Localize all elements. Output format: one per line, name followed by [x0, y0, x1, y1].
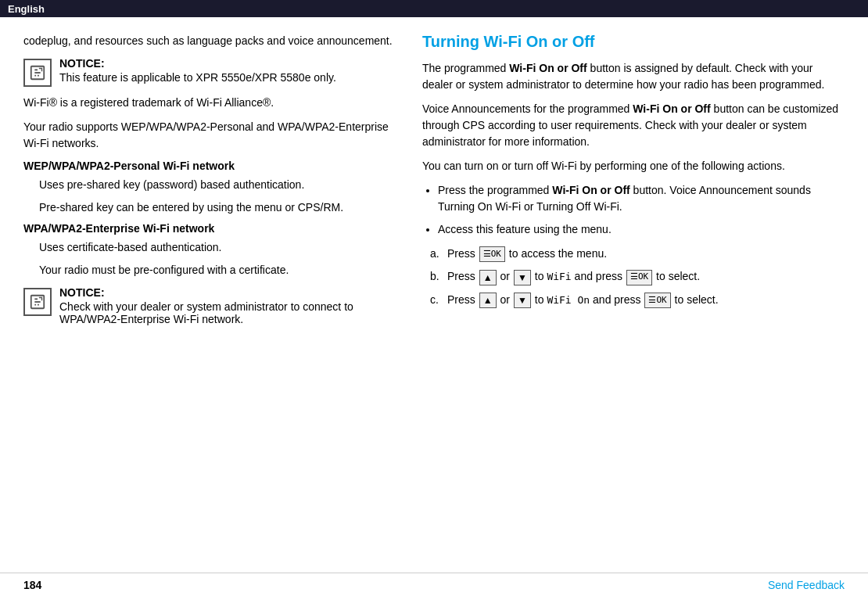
and-press-c: and press — [593, 293, 644, 306]
step-b-content: Press ▲ or ▼ to WiFi and press ☰OK to se… — [447, 268, 700, 285]
notice-1-text: This feature is applicable to XPR 5550e/… — [59, 71, 399, 84]
or-label-b: or — [500, 270, 513, 282]
substep-b: b. Press ▲ or ▼ to WiFi and press ☰OK to… — [430, 268, 845, 285]
substep-a: a. Press ☰OK to access the menu. — [430, 246, 845, 262]
step-c-label: c. — [430, 292, 443, 308]
wifi-trademark: Wi-Fi® is a registered trademark of Wi-F… — [23, 95, 399, 111]
substep-c: c. Press ▲ or ▼ to WiFi On and press ☰OK… — [430, 292, 845, 308]
to-select-c: to select. — [675, 293, 719, 306]
to-label-c: to — [535, 293, 547, 306]
notice-1-content: NOTICE: This feature is applicable to XP… — [59, 57, 399, 87]
press-label-a: Press — [447, 247, 479, 260]
wpa-line1: Uses certificate-based authentication. — [39, 239, 399, 256]
wpa-heading: WPA/WPA2-Enterprise Wi-Fi network — [23, 222, 399, 235]
up-arrow-c: ▲ — [479, 293, 497, 308]
notice-box-2: NOTICE: Check with your dealer or system… — [23, 286, 399, 325]
notice-2-content: NOTICE: Check with your dealer or system… — [59, 286, 399, 325]
substep-list: a. Press ☰OK to access the menu. b. Pres… — [430, 246, 845, 308]
wifi-code-b: WiFi — [547, 271, 571, 282]
page-number: 184 — [23, 579, 41, 591]
intro-text: codeplug, and resources such as language… — [23, 33, 399, 49]
wep-line2: Pre-shared key can be entered by using t… — [39, 199, 399, 216]
up-arrow-b: ▲ — [479, 270, 497, 285]
wifi-on-code-c: WiFi On — [547, 294, 590, 306]
wep-line1: Uses pre-shared key (password) based aut… — [39, 177, 399, 193]
to-select-b: to select. — [656, 270, 700, 282]
wpa-line2: Your radio must be pre-configured with a… — [39, 262, 399, 278]
right-para3: You can turn on or turn off Wi-Fi by per… — [422, 158, 845, 174]
top-bar: English — [0, 0, 868, 17]
notice-box-1: NOTICE: This feature is applicable to XP… — [23, 57, 399, 87]
ok-key-b: ☰OK — [626, 270, 652, 285]
ok-key-c: ☰OK — [644, 293, 670, 308]
notice-2-title: NOTICE: — [59, 286, 399, 299]
right-column: Turning Wi-Fi On or Off The programmed W… — [422, 33, 845, 565]
step-a-text: to access the menu. — [509, 247, 607, 260]
ok-key-a: ☰OK — [479, 246, 505, 262]
wep-heading: WEP/WPA/WPA2-Personal Wi-Fi network — [23, 160, 399, 172]
step-a-content: Press ☰OK to access the menu. — [447, 246, 607, 262]
bullet-item-2: Access this feature using the menu. — [438, 221, 845, 238]
main-content: codeplug, and resources such as language… — [0, 17, 868, 573]
page-heading: Turning Wi-Fi On or Off — [422, 33, 845, 51]
press-label-c: Press — [447, 293, 479, 306]
press-label-b: Press — [447, 270, 479, 282]
notice-1-title: NOTICE: — [59, 57, 399, 70]
or-label-c: or — [500, 293, 513, 306]
notice-icon-2 — [23, 288, 52, 316]
to-label-b: to — [535, 270, 547, 282]
send-feedback-link[interactable]: Send Feedback — [768, 579, 845, 591]
language-label: English — [8, 3, 45, 15]
notice-icon-1 — [23, 59, 52, 87]
action-list: Press the programmed Wi-Fi On or Off but… — [438, 182, 845, 238]
notice-2-text: Check with your dealer or system adminis… — [59, 300, 399, 325]
radio-support: Your radio supports WEP/WPA/WPA2-Persona… — [23, 119, 399, 152]
and-press-b: and press — [575, 270, 626, 282]
right-para2: Voice Announcements for the programmed W… — [422, 101, 845, 150]
step-b-label: b. — [430, 268, 443, 285]
step-a-label: a. — [430, 246, 443, 262]
left-column: codeplug, and resources such as language… — [23, 33, 399, 565]
down-arrow-c: ▼ — [514, 293, 531, 308]
right-para1: The programmed Wi-Fi On or Off button is… — [422, 60, 845, 93]
bullet-item-1: Press the programmed Wi-Fi On or Off but… — [438, 182, 845, 215]
down-arrow-b: ▼ — [514, 270, 531, 285]
footer: 184 Send Feedback — [0, 573, 868, 596]
step-c-content: Press ▲ or ▼ to WiFi On and press ☰OK to… — [447, 292, 719, 308]
